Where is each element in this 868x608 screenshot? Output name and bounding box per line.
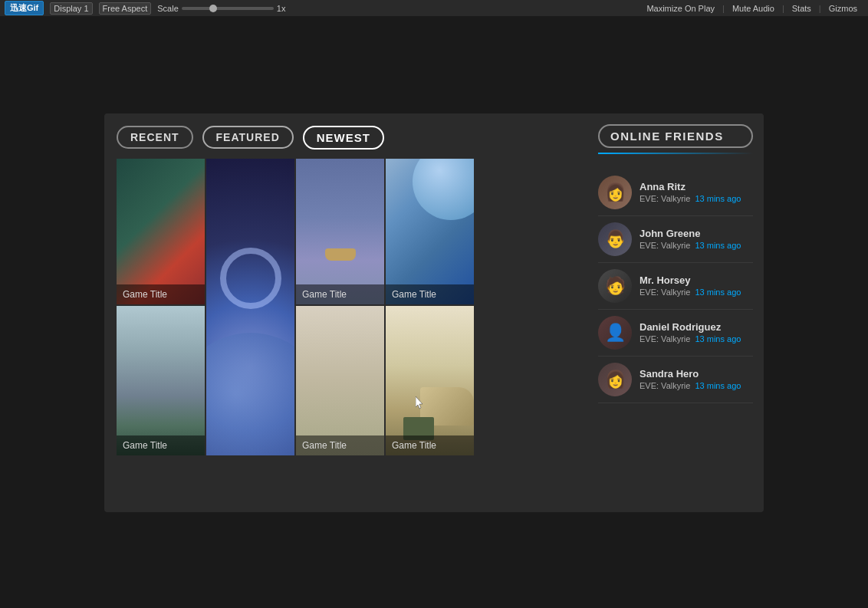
friend-game-line-1: EVE: Valkyrie 13 mins ago (639, 194, 753, 203)
friend-game-3: EVE: Valkyrie (639, 288, 690, 297)
friend-info-4: Daniel Rodriguez EVE: Valkyrie 13 mins a… (639, 321, 753, 343)
friend-game-line-3: EVE: Valkyrie 13 mins ago (639, 288, 753, 297)
friend-item-3[interactable]: 🧑 Mr. Horsey EVE: Valkyrie 13 mins ago (598, 263, 753, 310)
card5-title: Game Title (117, 435, 205, 455)
mute-button[interactable]: Mute Audio (726, 3, 781, 14)
gif-button[interactable]: 迅速Gif (5, 1, 44, 15)
display-select[interactable]: Display 1 (50, 2, 92, 15)
friends-title: ONLINE FRIENDS (598, 124, 753, 148)
friend-info-3: Mr. Horsey EVE: Valkyrie 13 mins ago (639, 274, 753, 297)
friend-name-4: Daniel Rodriguez (639, 321, 753, 333)
friend-time-5: 13 mins ago (695, 381, 741, 390)
game-card-1[interactable]: Game Title (117, 159, 205, 304)
friend-avatar-4: 👤 (598, 316, 632, 350)
stats-button[interactable]: Stats (786, 3, 817, 14)
friend-game-line-4: EVE: Valkyrie 13 mins ago (639, 334, 753, 343)
unity-background: RECENT FEATURED NEWEST Game Title (0, 17, 868, 608)
tab-recent[interactable]: RECENT (117, 126, 193, 149)
tabs-row: RECENT FEATURED NEWEST (117, 126, 587, 150)
tab-featured[interactable]: FEATURED (202, 126, 294, 149)
card3-title: Game Title (296, 284, 384, 304)
friend-game-1: EVE: Valkyrie (639, 194, 690, 203)
card1-image (117, 159, 205, 304)
friends-header: ONLINE FRIENDS (598, 124, 753, 162)
card4-title: Game Title (386, 284, 474, 304)
friends-underline (598, 153, 753, 154)
friend-item-2[interactable]: 👨 John Greene EVE: Valkyrie 13 mins ago (598, 216, 753, 263)
game-card-4[interactable]: Game Title (386, 159, 474, 304)
friend-info-1: Anna Ritz EVE: Valkyrie 13 mins ago (639, 181, 753, 203)
gizmos-button[interactable]: Gizmos (823, 3, 863, 14)
card2-image (206, 159, 294, 455)
friend-avatar-1: 👩 (598, 176, 632, 209)
card4-image (386, 159, 474, 304)
game-card-3[interactable]: Game Title (296, 159, 384, 304)
game-grid: Game Title Game Title (117, 159, 587, 455)
card6-image (296, 306, 384, 455)
friend-time-1: 13 mins ago (695, 194, 741, 203)
card7-image (386, 306, 474, 455)
friend-game-line-5: EVE: Valkyrie 13 mins ago (639, 381, 753, 390)
game-card-6[interactable]: Game Title (296, 306, 384, 455)
game-card-featured[interactable] (206, 159, 294, 455)
top-bar-right: Maximize On Play | Mute Audio | Stats | … (640, 3, 863, 14)
scale-label: Scale (157, 4, 179, 13)
friend-game-4: EVE: Valkyrie (639, 334, 690, 343)
friend-time-2: 13 mins ago (695, 241, 741, 250)
friend-game-2: EVE: Valkyrie (639, 241, 690, 250)
boat-shape (325, 248, 356, 261)
game-panel: RECENT FEATURED NEWEST Game Title (104, 113, 764, 512)
friend-item-5[interactable]: 👩 Sandra Hero EVE: Valkyrie 13 mins ago (598, 357, 753, 403)
scale-value: 1x (277, 4, 286, 13)
friends-list: 👩 Anna Ritz EVE: Valkyrie 13 mins ago 👨 … (598, 169, 753, 403)
friend-time-3: 13 mins ago (695, 288, 741, 297)
friend-item-4[interactable]: 👤 Daniel Rodriguez EVE: Valkyrie 13 mins… (598, 310, 753, 357)
friend-name-1: Anna Ritz (639, 181, 753, 192)
game-card-7[interactable]: Game Title (386, 306, 474, 455)
aspect-select[interactable]: Free Aspect (99, 2, 152, 15)
card5-image (117, 306, 205, 455)
right-section: ONLINE FRIENDS 👩 Anna Ritz EVE: Valkyrie… (587, 113, 764, 512)
unity-top-bar: 迅速Gif Display 1 Free Aspect Scale 1x Max… (0, 0, 868, 17)
friend-name-3: Mr. Horsey (639, 274, 753, 286)
left-section: RECENT FEATURED NEWEST Game Title (104, 113, 587, 512)
friend-info-5: Sandra Hero EVE: Valkyrie 13 mins ago (639, 368, 753, 390)
scale-thumb[interactable] (209, 5, 217, 12)
card1-title: Game Title (117, 284, 205, 304)
friend-avatar-2: 👨 (598, 222, 632, 256)
friend-avatar-3: 🧑 (598, 269, 632, 303)
planet-large (413, 159, 474, 220)
friend-info-2: John Greene EVE: Valkyrie 13 mins ago (639, 228, 753, 250)
friend-time-4: 13 mins ago (695, 334, 741, 343)
card6-title: Game Title (296, 435, 384, 455)
station-ring (220, 248, 281, 309)
scale-container: Scale 1x (157, 4, 285, 13)
friend-game-5: EVE: Valkyrie (639, 381, 690, 390)
tab-newest[interactable]: NEWEST (303, 126, 384, 150)
friend-game-line-2: EVE: Valkyrie 13 mins ago (639, 241, 753, 250)
friend-item-1[interactable]: 👩 Anna Ritz EVE: Valkyrie 13 mins ago (598, 169, 753, 216)
friend-avatar-5: 👩 (598, 363, 632, 396)
planet-circle (206, 333, 294, 455)
maximize-button[interactable]: Maximize On Play (640, 3, 721, 14)
card3-image (296, 159, 384, 304)
friend-name-5: Sandra Hero (639, 368, 753, 380)
card7-title: Game Title (386, 435, 474, 455)
friend-name-2: John Greene (639, 228, 753, 239)
game-card-5[interactable]: Game Title (117, 306, 205, 455)
scale-slider[interactable] (182, 7, 274, 10)
